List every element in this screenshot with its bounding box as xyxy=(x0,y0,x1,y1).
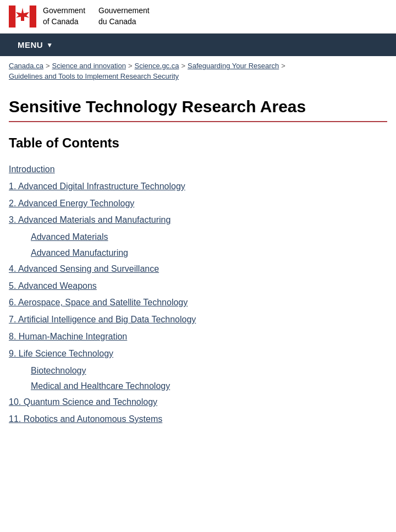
toc-item: 8. Human-Machine Integration xyxy=(9,329,387,345)
toc-list: Introduction1. Advanced Digital Infrastr… xyxy=(9,162,387,427)
toc-link[interactable]: 8. Human-Machine Integration xyxy=(9,332,127,341)
toc-item: 10. Quantum Science and Technology xyxy=(9,394,387,410)
toc-heading: Table of Contents xyxy=(9,135,387,151)
toc-item: Biotechnology xyxy=(9,363,387,379)
toc-item: Introduction xyxy=(9,162,387,178)
breadcrumb-link-science-gc[interactable]: Science.gc.ca xyxy=(135,62,179,70)
toc-link[interactable]: Biotechnology xyxy=(31,366,86,375)
toc-link[interactable]: 1. Advanced Digital Infrastructure Techn… xyxy=(9,182,185,191)
gov-name-french: Gouvernement du Canada xyxy=(98,6,150,27)
toc-item: Advanced Manufacturing xyxy=(9,245,387,261)
site-header: Government of Canada Gouvernement du Can… xyxy=(0,0,396,34)
toc-item: 2. Advanced Energy Technology xyxy=(9,196,387,212)
government-names: Government of Canada Gouvernement du Can… xyxy=(43,6,150,27)
toc-link[interactable]: 3. Advanced Materials and Manufacturing xyxy=(9,215,170,224)
toc-link[interactable]: 2. Advanced Energy Technology xyxy=(9,199,134,208)
breadcrumb-link-safeguarding[interactable]: Safeguarding Your Research xyxy=(188,62,279,70)
breadcrumb-link-canada[interactable]: Canada.ca xyxy=(9,62,43,70)
title-divider xyxy=(9,121,387,122)
toc-link[interactable]: Medical and Healthcare Technology xyxy=(31,381,170,391)
toc-item: 11. Robotics and Autonomous Systems xyxy=(9,412,387,427)
toc-link[interactable]: 10. Quantum Science and Technology xyxy=(9,397,157,407)
breadcrumb-separator: > xyxy=(46,62,50,70)
breadcrumb-link-guidelines[interactable]: Guidelines and Tools to Implement Resear… xyxy=(9,72,179,80)
toc-item: 6. Aerospace, Space and Satellite Techno… xyxy=(9,295,387,311)
toc-item: 4. Advanced Sensing and Surveillance xyxy=(9,261,387,277)
svg-rect-1 xyxy=(30,6,37,28)
page-title: Sensitive Technology Research Areas xyxy=(9,97,387,117)
toc-link[interactable]: 6. Aerospace, Space and Satellite Techno… xyxy=(9,298,188,307)
toc-item: 5. Advanced Weapons xyxy=(9,278,387,294)
breadcrumb-separator: > xyxy=(281,62,285,70)
toc-link[interactable]: 7. Artificial Intelligence and Big Data … xyxy=(9,315,196,324)
toc-link[interactable]: Introduction xyxy=(9,164,55,174)
gov-name-english: Government of Canada xyxy=(43,6,85,27)
toc-item: 1. Advanced Digital Infrastructure Techn… xyxy=(9,179,387,195)
toc-item: Advanced Materials xyxy=(9,229,387,245)
toc-item: Medical and Healthcare Technology xyxy=(9,379,387,394)
toc-item: 9. Life Science Technology xyxy=(9,346,387,362)
toc-link[interactable]: Advanced Manufacturing xyxy=(31,248,128,257)
breadcrumb: Canada.ca > Science and innovation > Sci… xyxy=(0,56,396,86)
main-content: Sensitive Technology Research Areas Tabl… xyxy=(0,86,396,451)
main-nav: MENU ▼ xyxy=(0,34,396,56)
svg-rect-4 xyxy=(21,17,24,21)
breadcrumb-separator: > xyxy=(181,62,185,70)
svg-rect-0 xyxy=(9,6,16,28)
toc-link[interactable]: 5. Advanced Weapons xyxy=(9,281,97,290)
toc-item: 3. Advanced Materials and Manufacturing xyxy=(9,212,387,228)
breadcrumb-link-science-innovation[interactable]: Science and innovation xyxy=(52,62,125,70)
chevron-down-icon: ▼ xyxy=(46,41,53,49)
toc-link[interactable]: 9. Life Science Technology xyxy=(9,349,113,358)
toc-item: 7. Artificial Intelligence and Big Data … xyxy=(9,312,387,328)
canada-flag-icon xyxy=(9,6,36,28)
toc-link[interactable]: 11. Robotics and Autonomous Systems xyxy=(9,414,162,424)
breadcrumb-separator: > xyxy=(128,62,133,70)
toc-link[interactable]: 4. Advanced Sensing and Surveillance xyxy=(9,264,159,273)
menu-button[interactable]: MENU ▼ xyxy=(9,34,62,56)
toc-link[interactable]: Advanced Materials xyxy=(31,232,108,242)
